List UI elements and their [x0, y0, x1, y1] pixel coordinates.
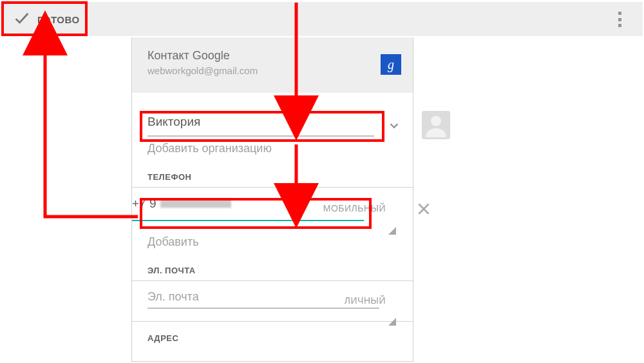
svg-point-0 [431, 116, 441, 126]
account-header: Контакт Google webworkgold@gmail.com g [132, 37, 413, 93]
dot-icon [618, 18, 621, 21]
phone-type-selector[interactable]: МОБИЛЬНЫЙ [323, 203, 386, 213]
done-label: ГОТОВО [37, 14, 80, 25]
dropdown-indicator-icon [388, 216, 396, 228]
contact-form: Контакт Google webworkgold@gmail.com g Д… [131, 37, 413, 362]
dropdown-indicator-icon [388, 307, 396, 319]
account-type: Контакт Google [147, 49, 400, 63]
email-section-label: ЭЛ. ПОЧТА [132, 249, 413, 280]
org-row[interactable]: Добавить организацию [132, 129, 413, 155]
app-toolbar: ГОТОВО [1, 1, 643, 36]
redacted-digits [160, 199, 231, 208]
name-row [132, 93, 413, 129]
phone-row: +7 9 МОБИЛЬНЫЙ [132, 188, 413, 224]
address-section-label: АДРЕС [132, 322, 413, 343]
add-phone-label: Добавить [147, 235, 199, 248]
google-icon: g [381, 54, 401, 75]
done-button[interactable]: ГОТОВО [1, 2, 91, 37]
phone-value: +7 9 [132, 197, 156, 210]
checkmark-icon [13, 9, 31, 30]
account-email: webworkgold@gmail.com [147, 65, 400, 76]
email-type-selector[interactable]: ЛИЧНЫЙ [345, 295, 386, 306]
add-phone-row[interactable]: Добавить [132, 224, 413, 249]
dot-icon [618, 12, 621, 15]
remove-phone-button[interactable] [415, 201, 432, 217]
org-placeholder: Добавить организацию [147, 142, 272, 155]
email-row: Эл. почта ЛИЧНЫЙ [132, 281, 413, 315]
dot-icon [618, 24, 621, 27]
phone-section-label: ТЕЛЕФОН [132, 155, 413, 187]
avatar-placeholder[interactable] [422, 111, 450, 139]
overflow-menu-button[interactable] [609, 8, 630, 30]
